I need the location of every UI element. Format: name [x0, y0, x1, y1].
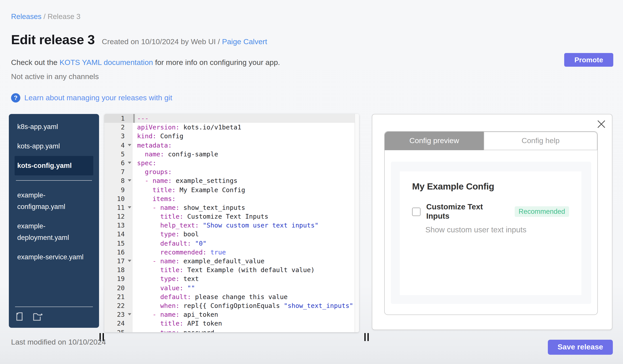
config-option-help-text: Show custom user text inputs: [425, 225, 569, 235]
promote-button[interactable]: Promote: [564, 53, 613, 67]
fold-toggle-icon[interactable]: [128, 313, 131, 315]
file-sidebar: k8s-app.yamlkots-app.yamlkots-config.yam…: [9, 114, 99, 328]
code-line-22: 22 when: repl{{ ConfigOptionEquals "show…: [104, 301, 359, 310]
gutter-line-number: 5: [104, 150, 133, 159]
editor-scrollbar[interactable]: [355, 114, 359, 332]
created-by-link[interactable]: Paige Calvert: [222, 38, 267, 46]
gutter-line-number: 7: [104, 167, 133, 176]
question-mark-icon: ?: [11, 93, 20, 102]
gutter-line-number: 13: [104, 221, 133, 230]
code-line-2: 2apiVersion: kots.io/v1beta1: [104, 123, 359, 132]
code-line-20: 20 value: "": [104, 283, 359, 292]
code-line-8: 8 - name: example_settings: [104, 177, 359, 185]
config-group-heading: My Example Config: [412, 181, 569, 192]
fold-toggle-icon[interactable]: [128, 162, 131, 164]
sidebar-file-example-service-yaml[interactable]: example-service.yaml: [15, 247, 89, 267]
code-line-21: 21 default: please change this value: [104, 292, 359, 301]
code-line-16: 16 recommended: true: [104, 248, 359, 257]
title-row: Edit release 3Created on 10/10/2024 by W…: [11, 32, 267, 48]
save-release-button[interactable]: Save release: [548, 340, 613, 355]
channel-status: Not active in any channels: [11, 72, 99, 81]
breadcrumb-current: Release 3: [47, 12, 81, 20]
sidebar-file-example-deployment-yaml[interactable]: example-deployment.yaml: [15, 217, 89, 247]
code-line-11: 11 - name: show_text_inputs: [104, 203, 359, 212]
panel-resize-handle[interactable]: [364, 333, 370, 341]
code-line-5: 5 name: config-sample: [104, 150, 359, 159]
config-tabs: Config previewConfig help: [385, 132, 597, 150]
config-preview-card: My Example Config Customize Text Inputs …: [400, 171, 581, 295]
code-line-13: 13 help_text: "Show custom user text inp…: [104, 221, 359, 230]
gutter-line-number: 1: [104, 114, 133, 123]
code-line-14: 14 type: bool: [104, 230, 359, 239]
code-line-7: 7 groups:: [104, 167, 359, 176]
code-line-4: 4metadata:: [104, 141, 359, 150]
sidebar-file-example-configmap-yaml[interactable]: example-configmap.yaml: [15, 185, 89, 217]
sidebar-footer: [9, 303, 99, 328]
edit-release-page: Releases / Release 3 Edit release 3Creat…: [0, 0, 623, 364]
docs-info-line: Check out the KOTS YAML documentation fo…: [11, 58, 280, 67]
recommended-badge: Recommended: [515, 206, 569, 217]
kots-docs-link[interactable]: KOTS YAML documentation: [60, 58, 153, 67]
close-icon[interactable]: [597, 119, 606, 129]
file-list: k8s-app.yamlkots-app.yamlkots-config.yam…: [9, 114, 99, 267]
gutter-line-number: 23: [104, 310, 133, 319]
sidebar-file-kots-app-yaml[interactable]: kots-app.yaml: [15, 137, 89, 156]
tab-config-help[interactable]: Config help: [484, 132, 597, 150]
gutter-line-number: 21: [104, 292, 133, 301]
code-line-1: 1---: [104, 114, 359, 123]
gutter-line-number: 24: [104, 319, 133, 328]
gutter-line-number: 20: [104, 283, 133, 292]
code-line-19: 19 type: text: [104, 275, 359, 283]
gutter-line-number: 18: [104, 265, 133, 274]
config-panel: Config previewConfig help My Example Con…: [372, 114, 612, 330]
gutter-line-number: 16: [104, 248, 133, 257]
git-help-row: ? Learn about managing your releases wit…: [11, 93, 172, 102]
gutter-line-number: 11: [104, 203, 133, 212]
file-group-divider: [16, 180, 92, 181]
breadcrumb-releases-link[interactable]: Releases: [11, 12, 42, 20]
gutter-line-number: 22: [104, 301, 133, 310]
gutter-line-number: 12: [104, 212, 133, 221]
yaml-code-editor[interactable]: 1---2apiVersion: kots.io/v1beta13kind: C…: [104, 114, 359, 332]
gutter-line-number: 8: [104, 177, 133, 185]
code-line-15: 15 default: "0": [104, 239, 359, 248]
sidebar-file-k8s-app-yaml[interactable]: k8s-app.yaml: [15, 117, 89, 137]
code-line-17: 17 - name: example_default_value: [104, 257, 359, 265]
code-line-23: 23 - name: api_token: [104, 310, 359, 319]
tab-config-preview[interactable]: Config preview: [385, 132, 484, 150]
sidebar-file-kots-config-yaml[interactable]: kots-config.yaml: [15, 156, 93, 175]
code-line-25: 25 type: password: [104, 328, 359, 332]
gutter-line-number: 2: [104, 123, 133, 132]
code-line-10: 10 items:: [104, 194, 359, 203]
fold-toggle-icon[interactable]: [128, 144, 131, 146]
info-prefix: Check out the: [11, 58, 58, 67]
gutter-line-number: 4: [104, 141, 133, 150]
gutter-line-number: 19: [104, 275, 133, 283]
fold-toggle-icon[interactable]: [128, 206, 131, 208]
code-lines: 1---2apiVersion: kots.io/v1beta13kind: C…: [104, 114, 359, 332]
config-option-row: Customize Text Inputs Recommended: [412, 202, 569, 221]
info-suffix: for more info on configuring your app.: [155, 58, 280, 67]
new-file-icon[interactable]: [15, 311, 26, 323]
new-folder-icon[interactable]: [32, 311, 44, 323]
gutter-line-number: 15: [104, 239, 133, 248]
config-card: Config previewConfig help My Example Con…: [384, 131, 598, 315]
git-releases-link[interactable]: Learn about managing your releases with …: [24, 93, 172, 102]
release-workspace: k8s-app.yamlkots-app.yamlkots-config.yam…: [0, 114, 623, 332]
fold-toggle-icon[interactable]: [128, 180, 131, 182]
gutter-line-number: 25: [104, 328, 133, 332]
gutter-line-number: 10: [104, 194, 133, 203]
code-line-9: 9 title: My Example Config: [104, 185, 359, 194]
gutter-line-number: 14: [104, 230, 133, 239]
code-line-3: 3kind: Config: [104, 132, 359, 141]
customize-text-inputs-checkbox[interactable]: [412, 207, 421, 216]
last-modified-text: Last modified on 10/10/2024: [11, 338, 106, 347]
code-line-18: 18 title: Text Example (with default val…: [104, 265, 359, 274]
gutter-line-number: 3: [104, 132, 133, 141]
gutter-line-number: 6: [104, 159, 133, 167]
code-line-6: 6spec:: [104, 159, 359, 167]
config-option-label: Customize Text Inputs: [426, 202, 508, 221]
config-preview-area: My Example Config Customize Text Inputs …: [391, 162, 591, 304]
fold-toggle-icon[interactable]: [128, 260, 131, 262]
breadcrumb-separator: /: [44, 12, 45, 20]
